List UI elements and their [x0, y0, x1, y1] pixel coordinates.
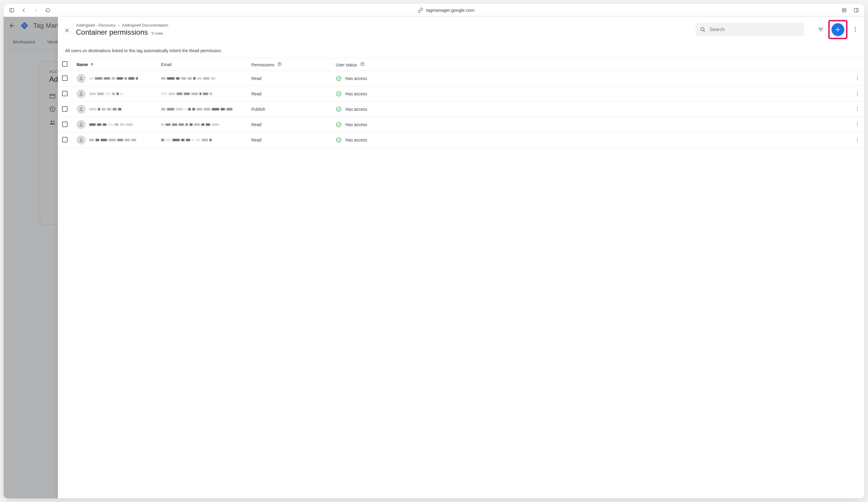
svg-point-35	[337, 122, 341, 127]
permission-cell: Read	[251, 122, 336, 127]
svg-point-25	[337, 92, 341, 96]
url-text: tagmanager.google.com	[426, 8, 475, 13]
row-menu-button[interactable]	[855, 106, 860, 112]
check-circle-icon	[336, 91, 342, 97]
add-button-highlight	[828, 20, 847, 39]
search-field[interactable]	[710, 27, 800, 32]
svg-point-29	[80, 108, 82, 109]
col-header-permissions[interactable]: Permissions	[251, 62, 336, 67]
select-all-checkbox[interactable]	[62, 61, 68, 67]
row-count: 5 rows	[152, 31, 163, 36]
table-row: Publish Has access	[58, 102, 865, 117]
svg-point-12	[855, 27, 856, 28]
svg-point-19	[80, 77, 82, 79]
avatar	[76, 89, 85, 98]
svg-point-39	[80, 138, 82, 140]
status-cell: Has access	[336, 106, 845, 112]
sort-asc-icon	[90, 62, 94, 67]
svg-point-14	[855, 30, 856, 31]
status-cell: Has access	[336, 76, 845, 81]
add-user-button[interactable]	[831, 23, 844, 36]
close-button[interactable]	[64, 28, 70, 33]
plus-icon	[835, 26, 841, 33]
svg-point-42	[857, 139, 858, 140]
status-cell: Has access	[336, 91, 845, 97]
svg-point-28	[857, 94, 858, 95]
info-text: All users on destinations linked to this…	[58, 43, 865, 58]
col-header-name[interactable]: Name	[76, 62, 161, 67]
breadcrumb-item[interactable]: Addingwell Documentation	[122, 23, 168, 28]
link-icon	[418, 8, 423, 13]
col-header-email[interactable]: Email	[161, 62, 251, 67]
svg-rect-0	[10, 8, 14, 12]
nav-back-icon[interactable]	[21, 8, 27, 13]
svg-point-30	[337, 107, 341, 112]
svg-point-22	[857, 78, 858, 79]
nav-forward-icon	[33, 8, 39, 13]
search-icon	[700, 26, 706, 33]
row-checkbox[interactable]	[62, 76, 68, 81]
status-cell: Has access	[336, 137, 845, 143]
svg-point-26	[857, 91, 858, 92]
svg-rect-3	[854, 8, 858, 12]
row-checkbox[interactable]	[62, 122, 68, 127]
check-circle-icon	[336, 76, 342, 81]
breadcrumb: Addingwell - Discovery › Addingwell Docu…	[76, 23, 168, 28]
panel-title: Container permissions	[76, 28, 148, 37]
permissions-panel: Addingwell - Discovery › Addingwell Docu…	[58, 17, 865, 499]
svg-point-21	[857, 76, 858, 77]
table-row: Read Has access	[58, 117, 865, 132]
breadcrumb-item[interactable]: Addingwell - Discovery	[76, 23, 116, 28]
avatar	[76, 120, 85, 129]
sidebar-toggle-icon[interactable]	[9, 8, 14, 13]
permission-cell: Read	[251, 91, 336, 96]
svg-point-23	[857, 79, 858, 80]
reload-icon[interactable]	[45, 8, 51, 13]
col-header-user-status[interactable]: User status	[336, 62, 845, 67]
panel-right-icon[interactable]	[854, 8, 859, 13]
row-menu-button[interactable]	[855, 122, 860, 128]
row-checkbox[interactable]	[62, 106, 68, 112]
svg-point-33	[857, 110, 858, 111]
panel-menu-button[interactable]	[852, 26, 859, 33]
row-menu-button[interactable]	[855, 76, 860, 82]
table-row: Read Has access	[58, 86, 865, 102]
address-bar[interactable]: tagmanager.google.com	[57, 8, 835, 13]
svg-point-31	[857, 107, 858, 108]
svg-point-24	[80, 92, 82, 94]
help-icon[interactable]	[360, 62, 365, 66]
svg-point-27	[857, 93, 858, 94]
permission-cell: Publish	[251, 107, 336, 112]
svg-point-13	[855, 29, 856, 30]
avatar	[76, 105, 85, 114]
svg-point-37	[857, 124, 858, 124]
check-circle-icon	[336, 122, 342, 128]
svg-line-11	[704, 30, 705, 32]
permission-cell: Read	[251, 76, 336, 81]
row-menu-button[interactable]	[855, 91, 860, 97]
table-row: Read Has access	[58, 71, 865, 86]
table-header: Name Email Permissions User status	[58, 58, 865, 71]
svg-point-38	[857, 125, 858, 126]
permission-cell: Read	[251, 138, 336, 142]
svg-point-36	[857, 122, 858, 123]
table-row: Read Has access	[58, 132, 865, 148]
row-checkbox[interactable]	[62, 91, 68, 96]
check-circle-icon	[336, 137, 342, 143]
svg-point-16	[279, 65, 280, 65]
status-cell: Has access	[336, 122, 845, 128]
svg-point-18	[362, 65, 363, 65]
svg-point-40	[337, 138, 341, 142]
filter-button[interactable]	[817, 26, 824, 33]
help-icon[interactable]	[277, 62, 282, 66]
avatar	[76, 135, 85, 144]
search-input[interactable]	[696, 23, 804, 36]
reader-icon[interactable]	[841, 8, 847, 13]
row-menu-button[interactable]	[855, 137, 860, 143]
check-circle-icon	[336, 106, 342, 112]
browser-toolbar: tagmanager.google.com	[3, 3, 865, 17]
svg-point-43	[857, 141, 858, 141]
svg-point-32	[857, 108, 858, 109]
svg-point-41	[857, 138, 858, 139]
row-checkbox[interactable]	[62, 137, 68, 142]
